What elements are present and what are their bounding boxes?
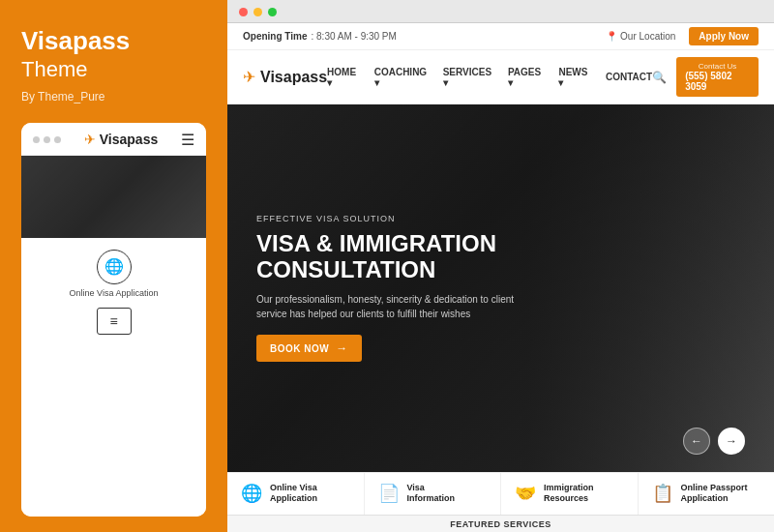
online-visa-text: Online VisaApplication (270, 483, 317, 505)
online-visa-name: Online VisaApplication (270, 483, 317, 505)
browser-dot-green[interactable] (268, 8, 277, 16)
nav-link-coaching[interactable]: COACHING ▾ (374, 67, 430, 88)
brand-title: Visapass (21, 27, 206, 55)
nav-link-pages[interactable]: PAGES ▾ (508, 67, 546, 88)
visa-info-icon: 📄 (378, 483, 400, 504)
nav-logo-text: Visapass (260, 69, 327, 86)
passport-name: Online PassportApplication (681, 483, 748, 505)
book-now-button[interactable]: BOOK NOW → (256, 335, 362, 362)
nav-logo-star-icon: ✈ (243, 68, 255, 86)
hero-next-arrow[interactable]: → (718, 428, 745, 455)
mobile-top-bar: ✈ Visapass ☰ (21, 123, 206, 156)
mobile-logo: ✈ Visapass (84, 132, 158, 147)
right-panel: Opening Time : 8:30 AM - 9:30 PM 📍 Our L… (227, 0, 774, 532)
visa-info-name: VisaInformation (407, 483, 456, 505)
book-now-label: BOOK NOW (270, 343, 329, 354)
nav-right: 🔍 Contact Us (555) 5802 3059 (652, 57, 759, 97)
website-services-bar: 🌐 Online VisaApplication 📄 VisaInformati… (227, 472, 774, 515)
browser-dot-red[interactable] (239, 8, 248, 16)
website-frame: Opening Time : 8:30 AM - 9:30 PM 📍 Our L… (227, 23, 774, 532)
service-item-immigration[interactable]: 🤝 ImmigrationResources (501, 473, 639, 515)
service-item-online-visa[interactable]: 🌐 Online VisaApplication (227, 473, 365, 515)
left-panel: Visapass Theme By Theme_Pure ✈ Visapass … (0, 0, 227, 532)
service-item-visa-info[interactable]: 📄 VisaInformation (365, 473, 502, 515)
immigration-text: ImmigrationResources (544, 483, 594, 505)
mobile-visa-icon-item: 🌐 Online Visa Application (70, 250, 159, 298)
hero-eyebrow: EFFECTIVE VISA SOLUTION (256, 214, 566, 223)
mobile-dot-3 (54, 136, 61, 143)
location-text: Our Location (620, 31, 675, 42)
location-item: 📍 Our Location (606, 31, 675, 42)
nav-contact-phone: (555) 5802 3059 (685, 71, 750, 92)
nav-link-services[interactable]: SERVICES ▾ (443, 67, 494, 88)
online-visa-icon: 🌐 (241, 483, 262, 504)
mobile-globe-icon: 🌐 (97, 250, 132, 284)
hero-description: Our professionalism, honesty, sincerity … (256, 292, 518, 321)
mobile-doc-icon: ≡ (97, 308, 132, 335)
mobile-hamburger-icon[interactable]: ☰ (181, 131, 194, 149)
location-pin-icon: 📍 (606, 31, 617, 42)
mobile-dot-1 (33, 136, 40, 143)
featured-services-label: FEATURED SERVICES (227, 515, 774, 532)
hero-content: EFFECTIVE VISA SOLUTION VISA & IMMIGRATI… (256, 214, 566, 362)
service-item-passport[interactable]: 📋 Online PassportApplication (639, 473, 775, 515)
topbar-right: 📍 Our Location Apply Now (606, 27, 759, 45)
immigration-name: ImmigrationResources (544, 483, 594, 505)
mobile-dot-2 (44, 136, 50, 143)
nav-link-news[interactable]: NEWS ▾ (558, 67, 592, 88)
opening-time-value: : 8:30 AM - 9:30 PM (312, 31, 397, 42)
mobile-mockup: ✈ Visapass ☰ 🌐 Online Visa Application ≡ (21, 123, 206, 517)
mobile-logo-star-icon: ✈ (84, 132, 96, 147)
nav-link-contact[interactable]: CONTACT (606, 72, 652, 82)
passport-icon: 📋 (652, 483, 673, 504)
book-now-arrow-icon: → (336, 341, 348, 355)
mobile-hero-image (21, 156, 206, 238)
browser-dot-yellow[interactable] (253, 8, 262, 16)
passport-text: Online PassportApplication (681, 483, 748, 505)
nav-search-icon[interactable]: 🔍 (652, 71, 667, 84)
hero-prev-arrow[interactable]: ← (683, 428, 710, 455)
nav-contact-box: Contact Us (555) 5802 3059 (676, 57, 759, 97)
visa-info-text: VisaInformation (407, 483, 456, 505)
nav-contact-label: Contact Us (699, 62, 737, 71)
opening-time-label: Opening Time (243, 31, 308, 42)
website-hero: EFFECTIVE VISA SOLUTION VISA & IMMIGRATI… (227, 104, 774, 472)
mobile-logo-text: Visapass (100, 132, 158, 147)
nav-link-home[interactable]: HOME ▾ (327, 67, 361, 88)
website-nav: ✈ Visapass HOME ▾ COACHING ▾ SERVICES ▾ … (227, 50, 774, 104)
mobile-dots (33, 136, 61, 143)
mobile-visa-label: Online Visa Application (70, 288, 159, 298)
website-topbar: Opening Time : 8:30 AM - 9:30 PM 📍 Our L… (227, 23, 774, 50)
brand-author: By Theme_Pure (21, 90, 206, 103)
hero-nav-arrows: ← → (683, 428, 745, 455)
mobile-bottom-section: 🌐 Online Visa Application ≡ (21, 238, 206, 517)
brand-subtitle: Theme (21, 57, 206, 82)
mobile-doc-icon-item: ≡ (97, 308, 132, 335)
hero-title: VISA & IMMIGRATION CONSULTATION (256, 231, 566, 282)
nav-links: HOME ▾ COACHING ▾ SERVICES ▾ PAGES ▾ NEW… (327, 67, 652, 88)
topbar-left: Opening Time : 8:30 AM - 9:30 PM (243, 31, 397, 42)
nav-logo[interactable]: ✈ Visapass (243, 68, 327, 86)
browser-chrome (227, 0, 774, 23)
apply-now-button[interactable]: Apply Now (689, 27, 759, 45)
immigration-icon: 🤝 (515, 483, 536, 504)
